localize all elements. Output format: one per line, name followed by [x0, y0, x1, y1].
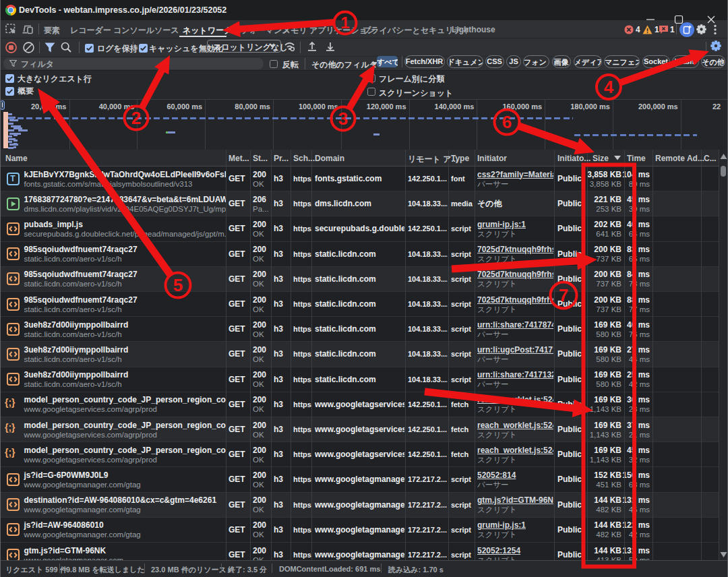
svg-text:5: 5: [173, 275, 183, 295]
svg-text:3: 3: [338, 109, 348, 129]
svg-text:2: 2: [131, 108, 141, 128]
svg-text:1: 1: [340, 13, 349, 32]
svg-text:7: 7: [559, 285, 568, 305]
svg-text:4: 4: [604, 77, 614, 97]
svg-text:6: 6: [502, 112, 512, 132]
